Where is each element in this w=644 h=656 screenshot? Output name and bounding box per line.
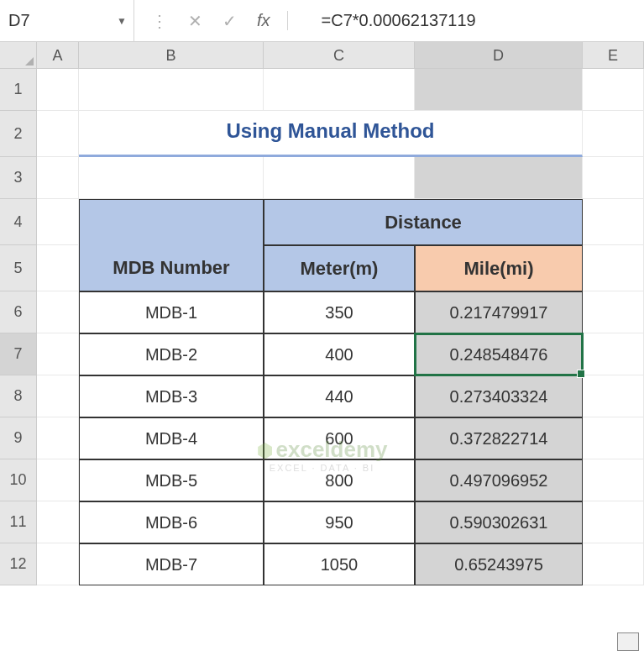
- cell-b3[interactable]: [79, 157, 264, 199]
- cell-b7[interactable]: MDB-2: [79, 333, 264, 375]
- cell-a7[interactable]: [37, 333, 79, 375]
- row-6: 6 MDB-1 350 0.217479917: [0, 291, 644, 333]
- cell-reference: D7: [8, 11, 30, 30]
- cell-e1[interactable]: [583, 69, 644, 111]
- cell-d10[interactable]: 0.497096952: [415, 459, 583, 501]
- formula-bar: D7 ▼ ⋮ ✕ ✓ fx =C7*0.00062137119: [0, 0, 644, 42]
- row-header-2[interactable]: 2: [0, 111, 37, 157]
- column-headers: A B C D E: [0, 42, 644, 69]
- fx-icon[interactable]: fx: [257, 11, 288, 30]
- row-header-3[interactable]: 3: [0, 157, 37, 199]
- cell-b8[interactable]: MDB-3: [79, 375, 264, 417]
- row-header-6[interactable]: 6: [0, 291, 37, 333]
- cell-e9[interactable]: [583, 417, 644, 459]
- header-mdb-top[interactable]: [79, 199, 264, 245]
- cell-a8[interactable]: [37, 375, 79, 417]
- header-mdb[interactable]: MDB Number: [79, 245, 264, 291]
- cell-a1[interactable]: [37, 69, 79, 111]
- cell-a10[interactable]: [37, 459, 79, 501]
- row-9: 9 MDB-4 600 0.372822714: [0, 417, 644, 459]
- header-meter[interactable]: Meter(m): [264, 245, 415, 291]
- row-header-4[interactable]: 4: [0, 199, 37, 245]
- row-7: 7 MDB-2 400 0.248548476: [0, 333, 644, 375]
- row-8: 8 MDB-3 440 0.273403324: [0, 375, 644, 417]
- cell-a11[interactable]: [37, 501, 79, 543]
- row-header-7[interactable]: 7: [0, 333, 37, 375]
- cell-a2[interactable]: [37, 111, 79, 157]
- cell-d6[interactable]: 0.217479917: [415, 291, 583, 333]
- cell-d9[interactable]: 0.372822714: [415, 417, 583, 459]
- cell-c10[interactable]: 800: [264, 459, 415, 501]
- cell-c1[interactable]: [264, 69, 415, 111]
- cell-c7[interactable]: 400: [264, 333, 415, 375]
- row-3: 3: [0, 157, 644, 199]
- cell-e6[interactable]: [583, 291, 644, 333]
- col-header-a[interactable]: A: [37, 42, 79, 68]
- cell-c6[interactable]: 350: [264, 291, 415, 333]
- row-1: 1: [0, 69, 644, 111]
- row-header-9[interactable]: 9: [0, 417, 37, 459]
- row-10: 10 MDB-5 800 0.497096952: [0, 459, 644, 501]
- cell-e3[interactable]: [583, 157, 644, 199]
- cell-c3[interactable]: [264, 157, 415, 199]
- cell-b12[interactable]: MDB-7: [79, 543, 264, 585]
- cancel-icon[interactable]: ✕: [188, 11, 202, 31]
- row-header-10[interactable]: 10: [0, 459, 37, 501]
- paste-options-icon[interactable]: [617, 632, 639, 651]
- select-all-corner[interactable]: [0, 42, 37, 68]
- formula-buttons: ⋮ ✕ ✓ fx: [134, 11, 305, 31]
- cell-b9[interactable]: MDB-4: [79, 417, 264, 459]
- row-4: 4 Distance: [0, 199, 644, 245]
- row-2: 2 Using Manual Method: [0, 111, 644, 157]
- cell-a12[interactable]: [37, 543, 79, 585]
- col-header-d[interactable]: D: [415, 42, 583, 68]
- name-box-dropdown-icon[interactable]: ▼: [117, 15, 127, 27]
- name-box[interactable]: D7 ▼: [0, 0, 134, 41]
- cell-e2[interactable]: [583, 111, 644, 157]
- cell-a4[interactable]: [37, 199, 79, 245]
- cell-a9[interactable]: [37, 417, 79, 459]
- cell-e4[interactable]: [583, 199, 644, 245]
- cell-b11[interactable]: MDB-6: [79, 501, 264, 543]
- formula-input[interactable]: =C7*0.00062137119: [305, 11, 644, 30]
- cell-d7[interactable]: 0.248548476: [415, 333, 583, 375]
- cell-e5[interactable]: [583, 245, 644, 291]
- cell-d1[interactable]: [415, 69, 583, 111]
- cell-c8[interactable]: 440: [264, 375, 415, 417]
- cell-b6[interactable]: MDB-1: [79, 291, 264, 333]
- cell-a3[interactable]: [37, 157, 79, 199]
- row-11: 11 MDB-6 950 0.590302631: [0, 501, 644, 543]
- cell-c11[interactable]: 950: [264, 501, 415, 543]
- header-distance[interactable]: Distance: [264, 199, 583, 245]
- row-header-5[interactable]: 5: [0, 245, 37, 291]
- cell-d12[interactable]: 0.65243975: [415, 543, 583, 585]
- row-header-8[interactable]: 8: [0, 375, 37, 417]
- cell-e11[interactable]: [583, 501, 644, 543]
- cell-c9[interactable]: 600: [264, 417, 415, 459]
- cell-a5[interactable]: [37, 245, 79, 291]
- col-header-e[interactable]: E: [583, 42, 644, 68]
- spreadsheet-grid: 1 2 Using Manual Method 3 4 Distance 5 M…: [0, 69, 644, 585]
- cell-a6[interactable]: [37, 291, 79, 333]
- cell-e8[interactable]: [583, 375, 644, 417]
- col-header-b[interactable]: B: [79, 42, 264, 68]
- row-header-1[interactable]: 1: [0, 69, 37, 111]
- cell-d3[interactable]: [415, 157, 583, 199]
- row-12: 12 MDB-7 1050 0.65243975: [0, 543, 644, 585]
- col-header-c[interactable]: C: [264, 42, 415, 68]
- header-mile[interactable]: Mile(mi): [415, 245, 583, 291]
- cell-b1[interactable]: [79, 69, 264, 111]
- enter-icon[interactable]: ✓: [223, 11, 237, 31]
- cell-d11[interactable]: 0.590302631: [415, 501, 583, 543]
- dots-icon: ⋮: [151, 11, 168, 31]
- sheet-title[interactable]: Using Manual Method: [79, 111, 583, 157]
- cell-b10[interactable]: MDB-5: [79, 459, 264, 501]
- row-header-11[interactable]: 11: [0, 501, 37, 543]
- cell-d8[interactable]: 0.273403324: [415, 375, 583, 417]
- cell-c12[interactable]: 1050: [264, 543, 415, 585]
- row-header-12[interactable]: 12: [0, 543, 37, 585]
- cell-e12[interactable]: [583, 543, 644, 585]
- row-5: 5 MDB Number Meter(m) Mile(mi): [0, 245, 644, 291]
- cell-e7[interactable]: [583, 333, 644, 375]
- cell-e10[interactable]: [583, 459, 644, 501]
